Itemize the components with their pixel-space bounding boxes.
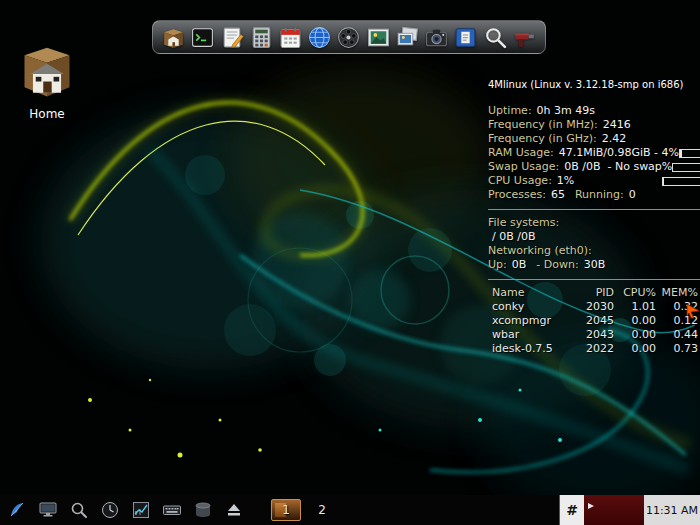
dock-item-camera[interactable]: [423, 24, 450, 51]
hash-button[interactable]: #: [559, 495, 584, 525]
dock-item-terminal[interactable]: [189, 24, 216, 51]
keyboard-settings-button[interactable]: [161, 499, 183, 521]
process-row: xcompmgr 2045 0.00 0.12: [488, 314, 700, 328]
camera-icon: [424, 25, 449, 50]
system-monitor-button[interactable]: [99, 499, 121, 521]
chart-icon: [131, 500, 151, 520]
dock-item-image-viewer[interactable]: [365, 24, 392, 51]
conky-system-monitor: 4Mlinux (Linux v. 3.12.18-smp on i686) U…: [488, 78, 700, 356]
swap-usage-line: Swap Usage:0B /0B - No swap%: [488, 160, 700, 174]
storage-button[interactable]: [192, 499, 214, 521]
display-settings-button[interactable]: [37, 499, 59, 521]
picture-icon: [366, 25, 391, 50]
conky-divider: [488, 209, 700, 210]
dock-item-tools[interactable]: [511, 24, 538, 51]
workspace-1-button[interactable]: 1: [271, 499, 301, 521]
process-table: Name PID CPU% MEM% conky 2030 1.01 0.32 …: [488, 286, 700, 356]
filesystem-root-line: / 0B /0B: [488, 230, 700, 244]
display-icon: [38, 500, 58, 520]
file-manager-icon: [161, 25, 186, 50]
workspace-2-button[interactable]: 2: [310, 499, 334, 521]
dock-item-text-editor[interactable]: [219, 24, 246, 51]
calendar-icon: [278, 25, 303, 50]
conky-divider: [488, 279, 700, 280]
process-row: conky 2030 1.01 0.32: [488, 300, 700, 314]
dock-item-search[interactable]: [482, 24, 509, 51]
drill-tool-icon: [512, 25, 537, 50]
disk-icon: [193, 500, 213, 520]
eject-icon: [224, 500, 244, 520]
x11-feather-icon: [7, 500, 27, 520]
dock-item-calculator[interactable]: [248, 24, 275, 51]
search-button[interactable]: [68, 499, 90, 521]
magnifier-icon: [483, 25, 508, 50]
dock-item-calendar[interactable]: [277, 24, 304, 51]
dock-item-file-manager[interactable]: [160, 24, 187, 51]
calculator-icon: [249, 25, 274, 50]
filesystems-header: File systems:: [488, 216, 700, 230]
taskbar-tray: # 11:31 AM: [559, 495, 700, 525]
terminal-icon: [190, 25, 215, 50]
processes-line: Processes:65Running:0: [488, 188, 700, 202]
photo-stack-icon: [395, 25, 420, 50]
dock-item-web-browser[interactable]: [306, 24, 333, 51]
globe-icon: [307, 25, 332, 50]
home-icon-label: Home: [14, 107, 80, 121]
cpu-usage-bar: [662, 177, 700, 186]
desktop: Home 4Mlinux (Linux v. 3.12.18-smp on i6…: [0, 0, 700, 525]
keyboard-icon: [162, 500, 182, 520]
process-table-header: Name PID CPU% MEM%: [488, 286, 700, 300]
text-editor-icon: [220, 25, 245, 50]
tray-indicator: [584, 495, 644, 525]
conky-title: 4Mlinux (Linux v. 3.12.18-smp on i686): [488, 78, 700, 92]
dock-item-documents[interactable]: [452, 24, 479, 51]
cpu-usage-line: CPU Usage:1%: [488, 174, 700, 188]
ram-usage-line: RAM Usage:47.1MiB/0.98GiB - 4%: [488, 146, 700, 160]
eject-button[interactable]: [223, 499, 245, 521]
taskbar-launchers: 1 2: [0, 495, 334, 525]
taskbar: 1 2 # 11:31 AM: [0, 495, 700, 525]
chart-app-button[interactable]: [130, 499, 152, 521]
search-icon: [69, 500, 89, 520]
uptime-line: Uptime:0h 3m 49s: [488, 104, 700, 118]
network-speeds-line: Up:0B- Down:30B: [488, 258, 700, 272]
freq-ghz-line: Frequency (in GHz):2.42: [488, 132, 700, 146]
clock-gauge-icon: [100, 500, 120, 520]
swap-usage-bar: [672, 163, 700, 172]
mouse-cursor: [686, 303, 700, 319]
menu-button[interactable]: [6, 499, 28, 521]
dock-item-media-player[interactable]: [335, 24, 362, 51]
app-dock: [152, 20, 546, 54]
networking-header: Networking (eth0):: [488, 244, 700, 258]
documents-icon: [453, 25, 478, 50]
freq-mhz-line: Frequency (in MHz):2416: [488, 118, 700, 132]
process-row: idesk-0.7.5 2022 0.00 0.73: [488, 342, 700, 356]
film-reel-icon: [336, 25, 361, 50]
ram-usage-bar: [679, 149, 700, 158]
home-desktop-icon[interactable]: Home: [14, 44, 80, 121]
dock-item-photo-gallery[interactable]: [394, 24, 421, 51]
home-folder-icon: [14, 44, 80, 104]
taskbar-clock: 11:31 AM: [644, 495, 700, 525]
process-row: wbar 2043 0.00 0.44: [488, 328, 700, 342]
